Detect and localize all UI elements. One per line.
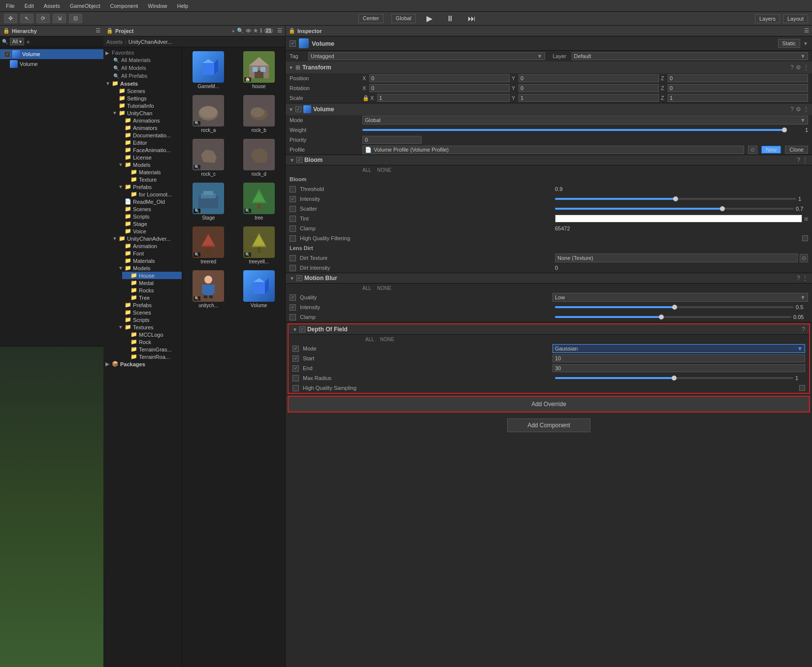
intensity-bloom-cb[interactable] bbox=[290, 196, 296, 202]
tree-animation-uca[interactable]: 📁Animation bbox=[116, 242, 182, 250]
tint-hdr-icon[interactable]: ⊞ bbox=[804, 216, 808, 222]
mode-dropdown[interactable]: Global ▼ bbox=[362, 116, 808, 125]
tree-voice-uc[interactable]: 📁Voice bbox=[116, 227, 182, 235]
tree-unitychan[interactable]: ▼ 📁 UnityChan bbox=[110, 109, 182, 117]
static-button[interactable]: Static bbox=[778, 39, 801, 48]
project-search-icon[interactable]: 🔍 bbox=[237, 28, 244, 34]
threshold-checkbox[interactable] bbox=[290, 186, 296, 192]
profile-clone-button[interactable]: Clone bbox=[785, 146, 808, 154]
motion-blur-menu-icon[interactable]: ⋮ bbox=[802, 275, 808, 282]
fav-all-prefabs[interactable]: 🔍 All Prefabs bbox=[109, 72, 182, 80]
scale-y[interactable] bbox=[519, 94, 659, 102]
bloom-menu-icon[interactable]: ⋮ bbox=[802, 157, 808, 163]
tree-prefabs-uca[interactable]: 📁Prefabs bbox=[116, 301, 182, 309]
inspector-lock-icon[interactable]: 🔒 bbox=[289, 28, 295, 34]
pivot-center[interactable]: Center bbox=[358, 14, 384, 23]
layers-btn[interactable]: Layers bbox=[755, 14, 780, 23]
project-plus-icon[interactable]: + bbox=[231, 28, 234, 34]
tint-checkbox[interactable] bbox=[290, 216, 296, 222]
dof-hqs-checkbox[interactable] bbox=[292, 385, 299, 391]
asset-item-treered[interactable]: 🔍 treered bbox=[184, 224, 233, 266]
static-dropdown-icon[interactable]: ▼ bbox=[803, 41, 808, 46]
menu-component[interactable]: Component bbox=[108, 3, 140, 9]
asset-item-unitych[interactable]: 🔍 unitych... bbox=[184, 268, 233, 310]
dof-mode-checkbox[interactable] bbox=[292, 346, 299, 352]
asset-item-gamem[interactable]: GameM... bbox=[184, 49, 233, 91]
tree-stage-uc[interactable]: 📁Stage bbox=[116, 220, 182, 227]
tree-unitychanadver[interactable]: ▼ 📁 UnityChanAdver... bbox=[110, 235, 182, 242]
pivot-global[interactable]: Global bbox=[391, 14, 416, 23]
layer-dropdown[interactable]: Default▼ bbox=[572, 52, 809, 60]
motion-blur-header[interactable]: ▼ Motion Blur ? ⋮ bbox=[286, 273, 812, 284]
tree-materials-uc[interactable]: 📁Materials bbox=[122, 168, 182, 176]
weight-slider[interactable] bbox=[362, 129, 784, 131]
bloom-enabled-cb[interactable] bbox=[296, 157, 302, 163]
asset-item-tree[interactable]: 🔍 tree bbox=[235, 181, 284, 222]
dof-maxradius-slider[interactable] bbox=[555, 377, 793, 379]
dirt-texture-target-icon[interactable]: ⊙ bbox=[800, 254, 808, 262]
transform-tool-move[interactable]: ✜ bbox=[4, 14, 17, 23]
hierarchy-item-volume-parent[interactable]: Volume bbox=[0, 49, 103, 59]
volume-settings-icon[interactable]: ⚙ bbox=[796, 106, 801, 113]
volume-enabled-cb[interactable] bbox=[295, 106, 301, 112]
dof-enabled-cb[interactable] bbox=[299, 326, 305, 332]
inspector-menu-icon[interactable]: ☰ bbox=[804, 28, 809, 34]
project-lock-icon[interactable]: 🔒 bbox=[106, 28, 113, 34]
intensity-mb-cb[interactable] bbox=[290, 304, 296, 311]
asset-item-house[interactable]: 🏠 house bbox=[235, 49, 284, 91]
project-eye-icon[interactable]: 👁 bbox=[246, 28, 251, 34]
clamp-checkbox[interactable] bbox=[290, 225, 296, 232]
tree-packages[interactable]: ▶ 📦 Packages bbox=[103, 360, 182, 368]
tag-dropdown[interactable]: Untagged▼ bbox=[308, 52, 545, 60]
hierarchy-lock-icon[interactable]: 🔒 bbox=[3, 28, 10, 34]
tree-scenes-uca[interactable]: 📁Scenes bbox=[116, 309, 182, 316]
dof-hqs-toggle[interactable] bbox=[799, 385, 805, 391]
tree-mcclogo[interactable]: 📁MCCLogo bbox=[122, 331, 182, 338]
asset-item-volume[interactable]: Volume bbox=[235, 268, 284, 310]
transform-help-icon[interactable]: ? bbox=[790, 64, 794, 71]
position-y[interactable] bbox=[519, 74, 659, 82]
tree-terraingras[interactable]: 📁TerrainGras... bbox=[122, 346, 182, 353]
rotation-z[interactable] bbox=[668, 84, 808, 92]
menu-edit[interactable]: Edit bbox=[23, 3, 36, 9]
breadcrumb-assets[interactable]: Assets bbox=[106, 39, 123, 45]
breadcrumb-current[interactable]: UnityChanAdver... bbox=[129, 39, 172, 45]
add-component-button[interactable]: Add Component bbox=[507, 418, 590, 432]
step-button[interactable]: ⏭ bbox=[465, 14, 479, 23]
asset-item-rockc[interactable]: 🔍 rock_c bbox=[184, 137, 233, 179]
object-enabled-checkbox[interactable] bbox=[290, 40, 296, 47]
bloom-header[interactable]: ▼ Bloom ? ⋮ bbox=[286, 155, 812, 165]
profile-new-button[interactable]: New bbox=[761, 146, 781, 154]
dof-mode-dropdown[interactable]: Gaussian▼ bbox=[552, 344, 805, 353]
profile-target-icon[interactable]: ⊙ bbox=[748, 146, 757, 154]
tree-medal[interactable]: 📁Medal bbox=[122, 279, 182, 286]
tree-animations[interactable]: 📁Animations bbox=[116, 117, 182, 124]
clamp-mb-checkbox[interactable] bbox=[290, 314, 296, 320]
transform-tool-select[interactable]: ↖ bbox=[20, 14, 33, 23]
scale-z[interactable] bbox=[668, 94, 808, 102]
menu-gameobject[interactable]: GameObject bbox=[68, 3, 102, 9]
menu-assets[interactable]: Assets bbox=[42, 3, 62, 9]
transform-settings-icon[interactable]: ⚙ bbox=[796, 64, 801, 71]
transform-menu-icon[interactable]: ⋮ bbox=[803, 64, 809, 71]
dof-end-input[interactable] bbox=[552, 364, 805, 372]
scatter-slider[interactable] bbox=[555, 208, 794, 210]
tree-texture-uc[interactable]: 📁Texture bbox=[122, 176, 182, 183]
volume-component-header[interactable]: ▼ Volume ? ⚙ ⋮ bbox=[286, 103, 812, 115]
tree-font-uca[interactable]: 📁Font bbox=[116, 250, 182, 257]
quality-checkbox[interactable] bbox=[290, 294, 296, 301]
mb-none-link[interactable]: NONE bbox=[377, 286, 391, 291]
tree-terrainroa[interactable]: 📁TerrainRoa... bbox=[122, 353, 182, 360]
rotation-y[interactable] bbox=[519, 84, 659, 92]
tree-textures-uca[interactable]: ▼📁Textures bbox=[116, 323, 182, 331]
tree-materials-uca[interactable]: 📁Materials bbox=[116, 257, 182, 264]
transform-tool-rect[interactable]: ⊡ bbox=[69, 14, 82, 23]
play-button[interactable]: ▶ bbox=[423, 14, 435, 23]
hqfilter-toggle[interactable] bbox=[802, 235, 808, 241]
tree-scripts-uc[interactable]: 📁Scripts bbox=[116, 213, 182, 220]
dof-maxradius-checkbox[interactable] bbox=[292, 375, 299, 381]
menu-window[interactable]: Window bbox=[146, 3, 169, 9]
dof-all-link[interactable]: ALL bbox=[365, 337, 374, 342]
dof-header[interactable]: ▼ Depth Of Field ? bbox=[289, 324, 809, 335]
transform-tool-rotate[interactable]: ⟳ bbox=[36, 14, 50, 23]
